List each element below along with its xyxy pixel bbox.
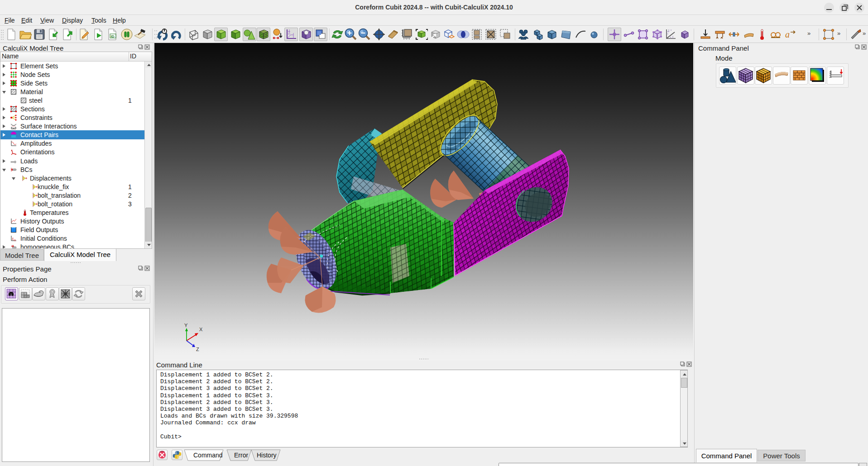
svg-text:a: a — [785, 29, 790, 39]
svg-text:Error: Error — [234, 452, 248, 459]
svg-text:History: History — [257, 452, 277, 459]
svg-text:Y: Y — [184, 323, 188, 328]
svg-text:o: o — [14, 238, 16, 242]
svg-text:ID: ID — [111, 34, 115, 38]
svg-text:X: X — [199, 327, 203, 332]
svg-text:Command: Command — [193, 452, 223, 459]
svg-text:Z: Z — [196, 347, 199, 352]
svg-text:t: t — [12, 236, 14, 241]
